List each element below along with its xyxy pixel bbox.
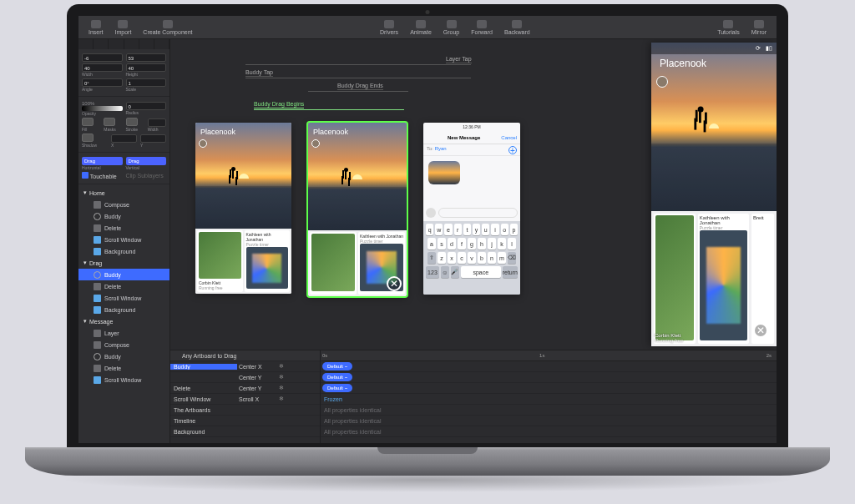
keyboard[interactable]: qwertyuiopasdfghjkl⇧zxcvbnm⌫123☺🎤spacere…: [423, 221, 520, 295]
tree-group[interactable]: ▾Home: [78, 187, 169, 199]
to-field[interactable]: To: Ryan +: [423, 144, 520, 156]
scale-field[interactable]: 1: [126, 78, 167, 87]
timeline-track[interactable]: Default ~: [321, 361, 777, 372]
preview-toolbar[interactable]: ⟳▮▯: [651, 43, 777, 54]
key[interactable]: k: [498, 238, 506, 249]
inspector-tabs[interactable]: [78, 39, 169, 49]
timeline-row[interactable]: Scroll WindowScroll X❄: [170, 394, 320, 405]
key[interactable]: v: [468, 252, 476, 264]
close-icon[interactable]: ✕: [387, 276, 402, 291]
tree-item[interactable]: Buddy: [78, 269, 169, 280]
angle-field[interactable]: 0°: [82, 78, 123, 87]
add-contact-icon[interactable]: +: [508, 146, 517, 154]
timeline-track[interactable]: Frozen: [321, 394, 777, 405]
camera-icon[interactable]: [426, 208, 436, 218]
key[interactable]: x: [448, 252, 456, 264]
key[interactable]: z: [438, 252, 446, 264]
card[interactable]: [654, 214, 696, 344]
key[interactable]: q: [426, 224, 433, 235]
card[interactable]: [310, 232, 357, 295]
tree-item[interactable]: Delete: [78, 222, 169, 234]
import-button[interactable]: Import: [110, 18, 137, 37]
card[interactable]: Kathleen with JonathanPuzzle timer: [698, 214, 749, 344]
key[interactable]: m: [498, 252, 506, 264]
close-icon[interactable]: ✕: [753, 323, 768, 338]
timeline-row[interactable]: BuddyCenter X❄: [170, 361, 320, 372]
tree-item[interactable]: Buddy: [78, 210, 169, 222]
key[interactable]: n: [488, 252, 496, 264]
key[interactable]: h: [478, 238, 486, 249]
hmode-select[interactable]: Drag: [82, 157, 123, 165]
insert-button[interactable]: Insert: [83, 18, 109, 37]
tutorials-button[interactable]: Tutorials: [712, 18, 745, 37]
easing-pill[interactable]: Default ~: [322, 373, 352, 381]
refresh-icon[interactable]: ⟳: [756, 45, 761, 52]
emoji-key[interactable]: ☺: [441, 266, 449, 278]
backward-button[interactable]: Backward: [499, 18, 535, 37]
tree-group[interactable]: ▾Drag: [78, 257, 169, 269]
y-field[interactable]: 53: [126, 53, 167, 62]
key[interactable]: f: [458, 238, 466, 249]
timeline-track[interactable]: All properties identical: [321, 426, 777, 437]
key[interactable]: b: [478, 252, 486, 264]
timeline-track[interactable]: Default ~: [321, 372, 777, 383]
tree-item[interactable]: Delete: [78, 362, 169, 374]
radius-field[interactable]: 0: [126, 102, 167, 110]
message-input[interactable]: [438, 208, 518, 218]
tree-item[interactable]: Compose: [78, 339, 169, 350]
timeline-row[interactable]: DeleteCenter Y❄: [170, 383, 320, 394]
key[interactable]: d: [448, 238, 456, 249]
card[interactable]: Corbin KlettRunning free: [197, 230, 243, 292]
tree-item[interactable]: Scroll Window: [78, 374, 169, 386]
key[interactable]: p: [510, 224, 518, 235]
timeline-row[interactable]: Center Y❄: [170, 372, 320, 383]
key[interactable]: y: [473, 224, 480, 235]
tree-item[interactable]: Buddy: [78, 350, 169, 362]
easing-pill[interactable]: Default ~: [322, 384, 352, 392]
timeline-tracks[interactable]: 0s 1s 2s Default ~Default ~Default ~Froz…: [321, 350, 777, 443]
timeline-row[interactable]: Timeline: [170, 416, 320, 426]
key[interactable]: g: [468, 238, 476, 249]
x-field[interactable]: -6: [82, 53, 123, 62]
timeline-track[interactable]: All properties identical: [321, 405, 777, 416]
num-key[interactable]: 123: [426, 266, 439, 278]
attachment-thumb[interactable]: [428, 161, 460, 184]
key[interactable]: t: [463, 224, 471, 235]
mic-key[interactable]: 🎤: [451, 266, 459, 278]
shadow-swatch[interactable]: [82, 134, 94, 142]
tree-group[interactable]: ▾Message: [78, 315, 169, 327]
artboard-home[interactable]: Placenook Corbin KlettRunning free Kathl…: [195, 123, 291, 294]
tree-item[interactable]: Delete: [78, 280, 169, 292]
key[interactable]: a: [428, 238, 436, 249]
masks-swatch[interactable]: [104, 118, 115, 126]
canvas[interactable]: Layer Tap Buddy Tap Buddy Drag Ends Budd…: [170, 39, 777, 350]
tree-item[interactable]: Compose: [78, 199, 169, 210]
create-component-button[interactable]: Create Component: [138, 18, 197, 37]
stroke-swatch[interactable]: [126, 118, 138, 126]
space-key[interactable]: space: [461, 266, 501, 278]
key[interactable]: c: [458, 252, 466, 264]
card[interactable]: Kathleen with JonathanPuzzle timer: [245, 230, 291, 292]
cancel-button[interactable]: Cancel: [501, 135, 517, 140]
artboard-message[interactable]: 12:36 PM New Message Cancel To: Ryan +: [423, 123, 520, 295]
stroke-width-field[interactable]: [148, 118, 166, 127]
height-field[interactable]: 40: [126, 63, 167, 72]
timeline-row[interactable]: The Artboards: [170, 405, 320, 416]
shift-key[interactable]: ⇧: [428, 252, 436, 264]
tree-item[interactable]: Background: [78, 245, 169, 257]
key[interactable]: l: [508, 238, 516, 249]
touchable-checkbox[interactable]: [82, 172, 89, 179]
key[interactable]: j: [488, 238, 496, 249]
tree-item[interactable]: Scroll Window: [78, 292, 169, 304]
tree-item[interactable]: Background: [78, 304, 169, 315]
opacity-slider[interactable]: [82, 106, 123, 111]
easing-pill[interactable]: Default ~: [322, 362, 352, 370]
width-field[interactable]: 40: [82, 63, 123, 72]
artboard-drag[interactable]: Placenook Kathleen with JonathanPuzzle t…: [308, 123, 407, 296]
drivers-button[interactable]: Drivers: [375, 18, 403, 37]
shadow-x-field[interactable]: [111, 134, 137, 143]
return-key[interactable]: return: [503, 266, 518, 278]
backspace-key[interactable]: ⌫: [508, 252, 516, 264]
key[interactable]: o: [501, 224, 508, 235]
key[interactable]: s: [438, 238, 446, 249]
